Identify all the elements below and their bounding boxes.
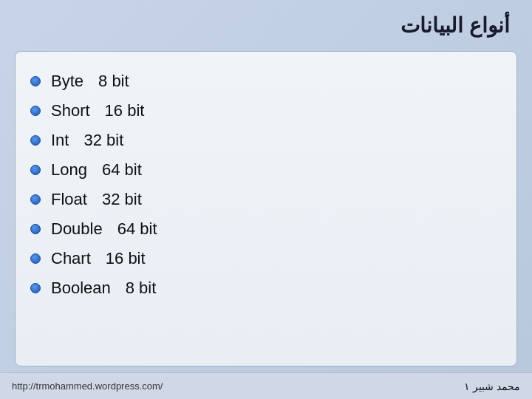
- list-item: Int32 bit: [30, 126, 494, 155]
- bullet-dot-icon: [30, 106, 41, 116]
- bullet-text: Long64 bit: [51, 160, 142, 180]
- footer: http://trmohammed.wordpress.com/ محمد شب…: [0, 372, 532, 399]
- bullet-dot-icon: [30, 194, 41, 205]
- content-box: Byte8 bitShort16 bitInt32 bitLong64 bitF…: [15, 51, 517, 366]
- list-item: Float32 bit: [30, 185, 494, 214]
- bullet-dot-icon: [30, 283, 41, 293]
- bullet-text: Int32 bit: [51, 131, 123, 150]
- bullet-text: Double64 bit: [51, 219, 157, 239]
- footer-url: http://trmohammed.wordpress.com/: [12, 381, 163, 392]
- list-item: Long64 bit: [30, 155, 494, 185]
- bullet-dot-icon: [30, 76, 41, 86]
- list-item: Byte8 bit: [30, 66, 494, 96]
- slide-title: أنواع البيانات: [0, 0, 532, 45]
- bullet-text: Float32 bit: [51, 190, 142, 209]
- list-item: Double64 bit: [30, 214, 494, 244]
- bullet-dot-icon: [30, 224, 41, 234]
- bullet-list: Byte8 bitShort16 bitInt32 bitLong64 bitF…: [30, 66, 494, 303]
- bullet-text: Byte8 bit: [51, 72, 129, 91]
- list-item: Chart16 bit: [30, 244, 494, 273]
- footer-author: محمد شبير ١: [464, 381, 520, 392]
- bullet-text: Boolean8 bit: [51, 279, 156, 298]
- list-item: Short16 bit: [30, 96, 494, 126]
- list-item: Boolean8 bit: [30, 273, 494, 303]
- bullet-text: Chart16 bit: [51, 249, 146, 268]
- bullet-text: Short16 bit: [51, 101, 144, 120]
- bullet-dot-icon: [30, 165, 41, 175]
- bullet-dot-icon: [30, 135, 41, 146]
- slide-container: أنواع البيانات Byte8 bitShort16 bitInt32…: [0, 0, 532, 399]
- bullet-dot-icon: [30, 253, 41, 264]
